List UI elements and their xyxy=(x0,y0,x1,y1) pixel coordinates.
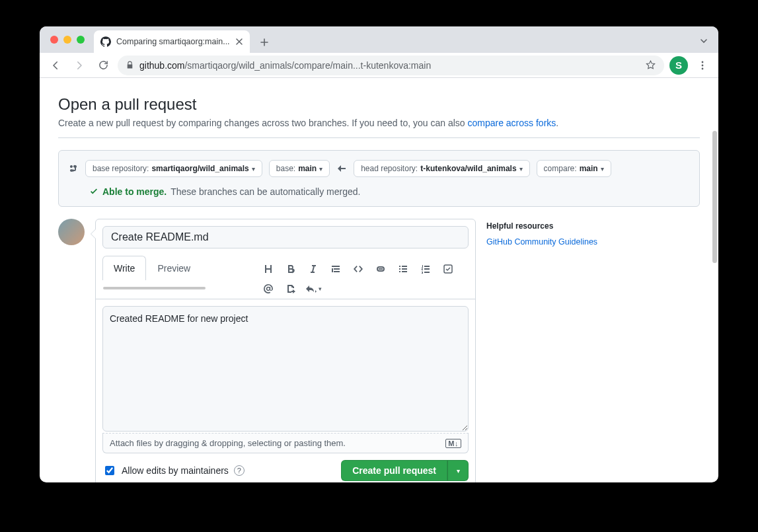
community-guidelines-link[interactable]: GitHub Community Guidelines xyxy=(486,237,700,247)
page-content: Open a pull request Create a new pull re… xyxy=(40,78,718,482)
profile-avatar[interactable]: S xyxy=(669,56,688,75)
bookmark-star-icon[interactable] xyxy=(645,59,656,71)
allow-edits-checkbox[interactable] xyxy=(105,466,114,475)
caret-down-icon: ▾ xyxy=(601,165,604,172)
markdown-icon[interactable]: M↓ xyxy=(445,439,461,448)
tab-close-icon[interactable] xyxy=(235,38,243,46)
sidebar: Helpful resources GitHub Community Guide… xyxy=(486,219,700,482)
tab-title: Comparing smartiqaorg:main... xyxy=(116,37,230,46)
caret-down-icon: ▾ xyxy=(319,165,322,172)
pr-body-textarea[interactable]: Created README for new project xyxy=(102,306,469,432)
tabs-overflow-icon[interactable] xyxy=(695,32,713,50)
cross-reference-icon[interactable] xyxy=(280,279,302,299)
svg-point-0 xyxy=(702,61,704,63)
helpful-resources-heading: Helpful resources xyxy=(486,221,700,231)
address-bar: github.com/smartiqaorg/wild_animals/comp… xyxy=(40,53,718,78)
heading-icon[interactable] xyxy=(257,259,280,279)
profile-initial: S xyxy=(675,59,682,71)
bold-icon[interactable] xyxy=(280,259,302,279)
pr-composer: Write Preview xyxy=(95,219,476,482)
pr-title-input[interactable] xyxy=(102,226,469,248)
compare-across-forks-link[interactable]: compare across forks xyxy=(467,118,556,128)
tab-preview[interactable]: Preview xyxy=(146,256,202,280)
tasklist-icon[interactable] xyxy=(437,259,459,279)
browser-menu-icon[interactable] xyxy=(693,56,712,75)
new-tab-button[interactable] xyxy=(255,33,274,52)
compare-box: base repository: smartiqaorg/wild_animal… xyxy=(58,150,700,207)
svg-point-2 xyxy=(702,67,704,69)
browser-window: Comparing smartiqaorg:main... github.com… xyxy=(40,26,718,482)
reload-button[interactable] xyxy=(94,56,112,75)
italic-icon[interactable] xyxy=(302,259,324,279)
svg-point-1 xyxy=(702,64,704,66)
ordered-list-icon[interactable] xyxy=(414,259,437,279)
formatting-toolbar: ▾ xyxy=(257,255,469,299)
github-favicon-icon xyxy=(100,36,111,47)
arrow-left-icon xyxy=(336,163,347,174)
allow-edits-label: Allow edits by maintainers xyxy=(122,465,229,476)
tab-write[interactable]: Write xyxy=(102,256,146,280)
create-pr-button[interactable]: Create pull request xyxy=(341,460,447,481)
url-bar[interactable]: github.com/smartiqaorg/wild_animals/comp… xyxy=(118,56,664,75)
base-branch-selector[interactable]: base: main▾ xyxy=(269,160,330,177)
head-repo-selector[interactable]: head repository: t-kutenkova/wild_animal… xyxy=(354,160,529,177)
caret-down-icon: ▾ xyxy=(252,165,255,172)
minimize-window-icon[interactable] xyxy=(63,36,71,44)
merge-status: Able to merge. These branches can be aut… xyxy=(68,186,690,197)
mention-icon[interactable] xyxy=(257,279,280,299)
caret-down-icon: ▾ xyxy=(457,467,460,475)
forward-button[interactable] xyxy=(70,56,89,75)
back-button[interactable] xyxy=(46,56,65,75)
close-window-icon[interactable] xyxy=(50,36,58,44)
user-avatar[interactable] xyxy=(58,219,85,245)
base-repo-selector[interactable]: base repository: smartiqaorg/wild_animal… xyxy=(85,160,262,177)
check-icon xyxy=(89,187,98,196)
fullscreen-window-icon[interactable] xyxy=(77,36,85,44)
code-icon[interactable] xyxy=(347,259,369,279)
page-title: Open a pull request xyxy=(58,95,700,114)
lock-icon xyxy=(126,61,134,69)
attach-files-hint[interactable]: Attach files by dragging & dropping, sel… xyxy=(102,433,469,453)
tab-indicator xyxy=(103,287,206,289)
tab-strip: Comparing smartiqaorg:main... xyxy=(40,26,718,53)
unordered-list-icon[interactable] xyxy=(392,259,414,279)
browser-tab[interactable]: Comparing smartiqaorg:main... xyxy=(94,30,250,53)
page-subtitle: Create a new pull request by comparing c… xyxy=(58,118,700,138)
window-controls xyxy=(46,26,90,53)
help-icon[interactable]: ? xyxy=(234,465,245,476)
quote-icon[interactable] xyxy=(324,259,347,279)
compare-branch-selector[interactable]: compare: main▾ xyxy=(537,160,611,177)
scrollbar[interactable] xyxy=(712,131,717,263)
reply-icon[interactable]: ▾ xyxy=(302,279,324,299)
link-icon[interactable] xyxy=(369,259,392,279)
create-pr-dropdown[interactable]: ▾ xyxy=(447,460,469,481)
caret-down-icon: ▾ xyxy=(519,165,523,172)
git-compare-icon xyxy=(68,163,79,174)
url-text: github.com/smartiqaorg/wild_animals/comp… xyxy=(139,60,431,71)
